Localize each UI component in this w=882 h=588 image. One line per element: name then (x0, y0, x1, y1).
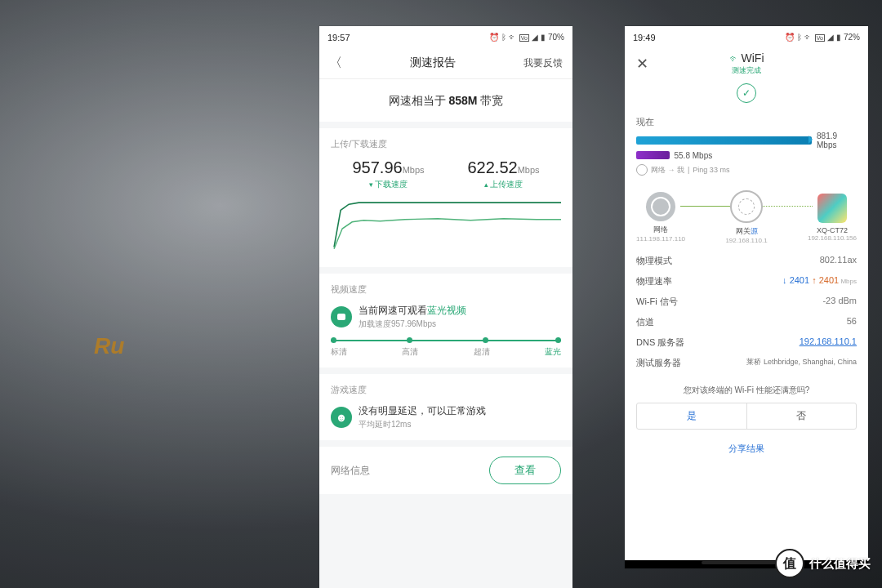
kv-server: 测试服务器莱桥 Lethbridge, Shanghai, China (636, 353, 857, 373)
satisfaction-question: 您对该终端的 Wi-Fi 性能还满意吗? (636, 385, 857, 396)
volte-icon: Vo (519, 34, 529, 42)
wifi-icon: ᯤ (509, 33, 517, 42)
wifi-icon: ᯤ (729, 53, 739, 65)
wifi-icon: ᯤ (804, 33, 813, 42)
download-bar (636, 136, 812, 145)
status-bar: 19:49 ⏰ ᛒ ᯤ Vo ◢ ▮ 72% (625, 26, 868, 47)
page-body: 现在 881.9 Mbps 55.8 Mbps 网络 → 我 | Ping 33… (625, 103, 868, 455)
kv-signal: Wi-Fi 信号-23 dBm (636, 292, 857, 312)
network-path: 网络 111.198.117.110 网关源 192.168.110.1 XQ-… (636, 190, 857, 244)
alarm-icon: ⏰ (489, 33, 499, 42)
status-bar: 19:57 ⏰ ᛒ ᯤ Vo ◢ ▮ 70% (319, 26, 572, 47)
battery-pct: 72% (844, 33, 860, 42)
clock: 19:57 (327, 33, 350, 42)
gateway-icon (730, 190, 763, 223)
download-block: 957.96Mbps ▾下载速度 (352, 158, 424, 190)
upload-value: 622.52 (467, 158, 517, 176)
dns-link[interactable]: 192.168.110.1 (800, 336, 857, 349)
page-body: 网速相当于 858M 带宽 上传/下载速度 957.96Mbps ▾下载速度 6… (319, 79, 572, 588)
kv-rate: 物理速率↓ 2401 ↑ 2401 Mbps (636, 271, 857, 292)
game-card: 游戏速度 ☻ 没有明显延迟，可以正常游戏 平均延时12ms (319, 374, 572, 440)
page-title: 测速报告 (410, 56, 456, 70)
share-link[interactable]: 分享结果 (636, 443, 857, 455)
game-section-label: 游戏速度 (331, 384, 561, 396)
globe-icon (636, 164, 648, 176)
video-card: 视频速度 当前网速可观看蓝光视频 加载速度957.96Mbps 标清 高清 超清… (319, 274, 572, 368)
node-gateway[interactable]: 网关源 192.168.110.1 (725, 190, 767, 244)
back-button[interactable]: 〈 (329, 55, 342, 72)
ping-row: 网络 → 我 | Ping 33 ms (636, 164, 857, 176)
kv-channel: 信道56 (636, 312, 857, 332)
watermark: 值 什么值得买 (775, 549, 871, 578)
now-label: 现在 (636, 116, 857, 128)
node-network: 网络 111.198.117.110 (636, 192, 685, 243)
signal-icon: ◢ (532, 33, 538, 42)
check-icon: ✓ (737, 83, 756, 103)
bluetooth-icon: ᛒ (501, 33, 506, 42)
battery-icon: ▮ (836, 33, 841, 42)
download-value: 881.9 Mbps (817, 131, 857, 149)
video-quality-track (331, 340, 561, 341)
volte-icon: Vo (815, 34, 825, 42)
speed-chart (331, 198, 561, 257)
page-header: ✕ ᯤWiFi 测速完成 (625, 47, 868, 80)
path-line-dotted (763, 206, 813, 207)
alarm-icon: ⏰ (785, 33, 795, 42)
watermark-icon: 值 (775, 549, 804, 578)
no-button[interactable]: 否 (747, 403, 857, 429)
status-icons: ⏰ ᛒ ᯤ Vo ◢ ▮ 70% (489, 33, 564, 42)
upload-value: 55.8 Mbps (675, 151, 713, 160)
network-info-label: 网络信息 (331, 464, 370, 478)
phone-left: 19:57 ⏰ ᛒ ᯤ Vo ◢ ▮ 70% 〈 测速报告 我要反馈 网速相当于… (319, 26, 572, 580)
device-icon (817, 194, 847, 223)
kv-dns: DNS 服务器192.168.110.1 (636, 332, 857, 353)
video-section-label: 视频速度 (331, 283, 561, 296)
upload-bar (636, 151, 670, 159)
battery-icon: ▮ (541, 33, 546, 42)
feedback-link[interactable]: 我要反馈 (523, 56, 563, 70)
bandwidth-banner: 网速相当于 858M 带宽 (319, 79, 572, 122)
phone-right: 19:49 ⏰ ᛒ ᯤ Vo ◢ ▮ 72% ✕ ᯤWiFi 测速完成 ✓ 现在… (625, 26, 868, 568)
game-icon: ☻ (331, 407, 352, 428)
download-value: 957.96 (352, 158, 402, 176)
video-quality-labels: 标清 高清 超清 蓝光 (331, 346, 561, 358)
yes-no-buttons: 是 否 (636, 403, 857, 430)
battery-pct: 70% (548, 33, 564, 42)
kv-mode: 物理模式802.11ax (636, 251, 857, 271)
yes-button[interactable]: 是 (637, 403, 747, 429)
node-device: XQ-CT72 192.168.110.156 (808, 194, 857, 242)
video-icon (331, 306, 352, 327)
speed-card: 上传/下载速度 957.96Mbps ▾下载速度 622.52Mbps ▴上传速… (319, 128, 572, 267)
upload-block: 622.52Mbps ▴上传速度 (467, 158, 539, 190)
network-info-card: 网络信息 查看 (319, 447, 572, 494)
speed-section-label: 上传/下载速度 (331, 138, 561, 150)
down-arrow-icon: ▾ (369, 180, 373, 189)
signal-icon: ◢ (827, 33, 834, 42)
bluetooth-icon: ᛒ (797, 33, 802, 42)
status-icons: ⏰ ᛒ ᯤ Vo ◢ ▮ 72% (785, 33, 860, 42)
watermark-text: 什么值得买 (809, 556, 871, 572)
view-button[interactable]: 查看 (489, 457, 561, 484)
path-line (680, 206, 730, 207)
title-block: ᯤWiFi 测速完成 (625, 51, 868, 76)
up-arrow-icon: ▴ (484, 180, 488, 189)
globe-icon (646, 192, 675, 221)
page-header: 〈 测速报告 我要反馈 (319, 47, 572, 79)
clock: 19:49 (633, 33, 656, 42)
